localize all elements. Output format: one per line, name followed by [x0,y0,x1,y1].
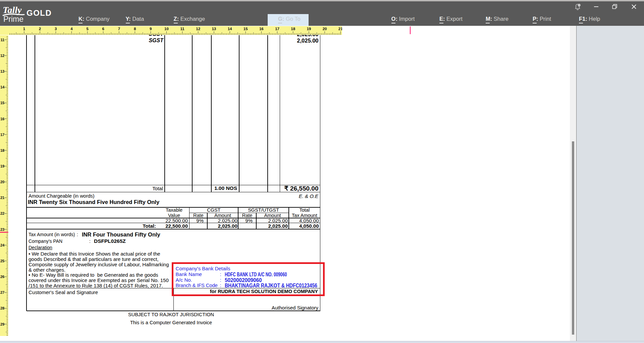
svg-text:20: 20 [323,27,327,31]
svg-text:18: 18 [291,27,295,31]
svg-text:19: 19 [0,164,4,168]
svg-text:24: 24 [0,243,5,247]
svg-text:8: 8 [134,27,136,31]
svg-text:1: 1 [23,27,25,31]
svg-text:15: 15 [0,101,4,105]
svg-text:28: 28 [0,306,4,310]
svg-text:14: 14 [228,27,232,31]
svg-text:29: 29 [0,322,4,326]
svg-text:11: 11 [1,38,5,42]
svg-text:2: 2 [39,27,41,31]
svg-text:17: 17 [275,27,279,31]
svg-text:17: 17 [0,132,4,136]
svg-text:14: 14 [0,85,5,89]
svg-text:16: 16 [0,117,4,121]
svg-text:27: 27 [0,290,4,294]
svg-text:12: 12 [196,27,200,31]
svg-text:23: 23 [0,227,4,231]
svg-text:25: 25 [0,259,4,263]
svg-text:7: 7 [118,27,120,31]
svg-text:13: 13 [0,69,4,73]
svg-text:22: 22 [0,211,4,215]
svg-text:6: 6 [102,27,104,31]
svg-text:9: 9 [150,27,152,31]
svg-text:5: 5 [86,27,89,31]
svg-text:21: 21 [0,196,4,200]
svg-text:21: 21 [338,27,342,31]
svg-text:3: 3 [55,27,57,31]
svg-text:12: 12 [0,53,4,57]
svg-text:4: 4 [70,27,73,31]
svg-text:15: 15 [244,27,248,31]
svg-text:13: 13 [212,27,216,31]
svg-text:10: 10 [164,27,169,31]
svg-text:26: 26 [0,275,4,279]
svg-text:16: 16 [259,27,264,31]
svg-text:18: 18 [0,148,4,152]
svg-text:19: 19 [307,27,311,31]
svg-text:20: 20 [0,180,4,184]
svg-text:11: 11 [180,27,185,31]
